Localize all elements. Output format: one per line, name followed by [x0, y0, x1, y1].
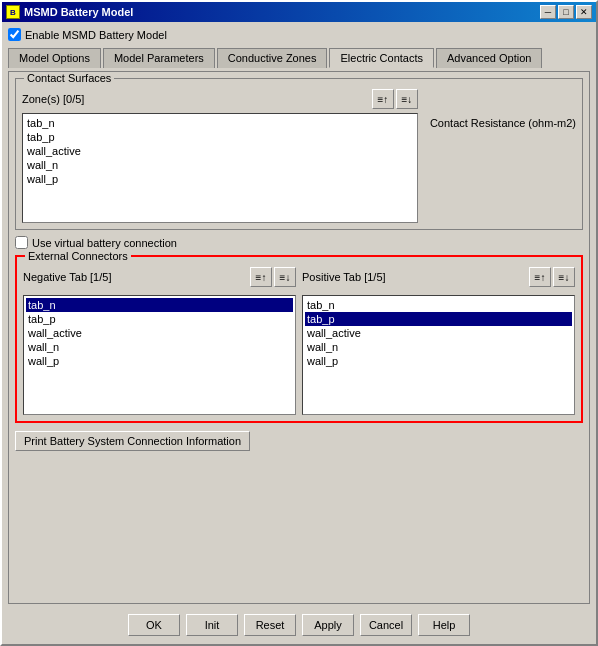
- list-item[interactable]: wall_p: [25, 172, 415, 186]
- list-item[interactable]: wall_active: [25, 144, 415, 158]
- list-item[interactable]: wall_p: [305, 354, 572, 368]
- title-bar: B MSMD Battery Model ─ □ ✕: [2, 2, 596, 22]
- tab-model-options[interactable]: Model Options: [8, 48, 101, 68]
- list-item[interactable]: tab_p: [305, 312, 572, 326]
- title-buttons: ─ □ ✕: [540, 5, 592, 19]
- tab-electric-contacts[interactable]: Electric Contacts: [329, 48, 434, 68]
- enable-msmd-checkbox[interactable]: [8, 28, 21, 41]
- list-item[interactable]: wall_p: [26, 354, 293, 368]
- virtual-battery-checkbox[interactable]: [15, 236, 28, 249]
- sort-asc-btn[interactable]: ≡↑: [372, 89, 394, 109]
- tab-advanced-option[interactable]: Advanced Option: [436, 48, 542, 68]
- resistance-label: Contact Resistance (ohm-m2): [430, 117, 576, 129]
- ok-button[interactable]: OK: [128, 614, 180, 636]
- positive-tab-buttons: ≡↑ ≡↓: [529, 267, 575, 287]
- list-item[interactable]: tab_p: [26, 312, 293, 326]
- zone-buttons: ≡↑ ≡↓: [372, 89, 418, 109]
- contact-surfaces-group: Contact Surfaces Zone(s) [0/5] ≡↑ ≡↓ tab…: [15, 78, 583, 230]
- list-item[interactable]: tab_n: [305, 298, 572, 312]
- tab-model-parameters[interactable]: Model Parameters: [103, 48, 215, 68]
- window-icon: B: [6, 5, 20, 19]
- negative-tab-header: Negative Tab [1/5] ≡↑ ≡↓: [23, 267, 296, 287]
- contact-surfaces-title: Contact Surfaces: [24, 72, 114, 84]
- positive-tab-col: Positive Tab [1/5] ≡↑ ≡↓ tab_n tab_p wal…: [302, 267, 575, 415]
- list-item[interactable]: wall_active: [305, 326, 572, 340]
- negative-tab-list[interactable]: tab_n tab_p wall_active wall_n wall_p: [23, 295, 296, 415]
- window-title: MSMD Battery Model: [24, 6, 133, 18]
- tab-conductive-zones[interactable]: Conductive Zones: [217, 48, 328, 68]
- negative-tab-label: Negative Tab [1/5]: [23, 271, 246, 283]
- negative-sort-asc-btn[interactable]: ≡↑: [250, 267, 272, 287]
- close-button[interactable]: ✕: [576, 5, 592, 19]
- init-button[interactable]: Init: [186, 614, 238, 636]
- print-button[interactable]: Print Battery System Connection Informat…: [15, 431, 250, 451]
- positive-tab-header: Positive Tab [1/5] ≡↑ ≡↓: [302, 267, 575, 287]
- list-item[interactable]: wall_n: [25, 158, 415, 172]
- maximize-button[interactable]: □: [558, 5, 574, 19]
- contact-surfaces-list[interactable]: tab_n tab_p wall_active wall_n wall_p: [22, 113, 418, 223]
- reset-button[interactable]: Reset: [244, 614, 296, 636]
- list-item[interactable]: tab_p: [25, 130, 415, 144]
- list-item[interactable]: tab_n: [26, 298, 293, 312]
- zone-label: Zone(s) [0/5]: [22, 93, 368, 105]
- external-connectors-group: External Connectors Negative Tab [1/5] ≡…: [15, 255, 583, 423]
- main-window: B MSMD Battery Model ─ □ ✕ Enable MSMD B…: [0, 0, 598, 646]
- virtual-battery-label: Use virtual battery connection: [32, 237, 177, 249]
- positive-sort-desc-btn[interactable]: ≡↓: [553, 267, 575, 287]
- external-connectors-title: External Connectors: [25, 250, 131, 262]
- sort-desc-btn[interactable]: ≡↓: [396, 89, 418, 109]
- window-content: Enable MSMD Battery Model Model Options …: [2, 22, 596, 644]
- zone-list-wrap: Zone(s) [0/5] ≡↑ ≡↓ tab_n tab_p wall_act…: [22, 89, 418, 223]
- list-item[interactable]: wall_active: [26, 326, 293, 340]
- zone-row: Zone(s) [0/5] ≡↑ ≡↓ tab_n tab_p wall_act…: [22, 89, 576, 223]
- negative-sort-desc-btn[interactable]: ≡↓: [274, 267, 296, 287]
- list-item[interactable]: wall_n: [26, 340, 293, 354]
- help-button[interactable]: Help: [418, 614, 470, 636]
- list-item[interactable]: tab_n: [25, 116, 415, 130]
- list-item[interactable]: wall_n: [305, 340, 572, 354]
- tab-electric-contacts-content: Contact Surfaces Zone(s) [0/5] ≡↑ ≡↓ tab…: [8, 71, 590, 604]
- positive-tab-label: Positive Tab [1/5]: [302, 271, 525, 283]
- apply-button[interactable]: Apply: [302, 614, 354, 636]
- title-bar-left: B MSMD Battery Model: [6, 5, 133, 19]
- enable-msmd-label: Enable MSMD Battery Model: [25, 29, 167, 41]
- positive-sort-asc-btn[interactable]: ≡↑: [529, 267, 551, 287]
- resistance-label-wrap: Contact Resistance (ohm-m2): [424, 89, 576, 129]
- virtual-battery-row: Use virtual battery connection: [15, 236, 583, 249]
- cancel-button[interactable]: Cancel: [360, 614, 412, 636]
- enable-checkbox-row: Enable MSMD Battery Model: [8, 26, 590, 43]
- negative-tab-buttons: ≡↑ ≡↓: [250, 267, 296, 287]
- tabs-bar: Model Options Model Parameters Conductiv…: [8, 47, 590, 67]
- positive-tab-list[interactable]: tab_n tab_p wall_active wall_n wall_p: [302, 295, 575, 415]
- negative-tab-col: Negative Tab [1/5] ≡↑ ≡↓ tab_n tab_p wal…: [23, 267, 296, 415]
- connectors-inner: Negative Tab [1/5] ≡↑ ≡↓ tab_n tab_p wal…: [23, 267, 575, 415]
- minimize-button[interactable]: ─: [540, 5, 556, 19]
- zone-header: Zone(s) [0/5] ≡↑ ≡↓: [22, 89, 418, 109]
- bottom-buttons: OK Init Reset Apply Cancel Help: [8, 608, 590, 640]
